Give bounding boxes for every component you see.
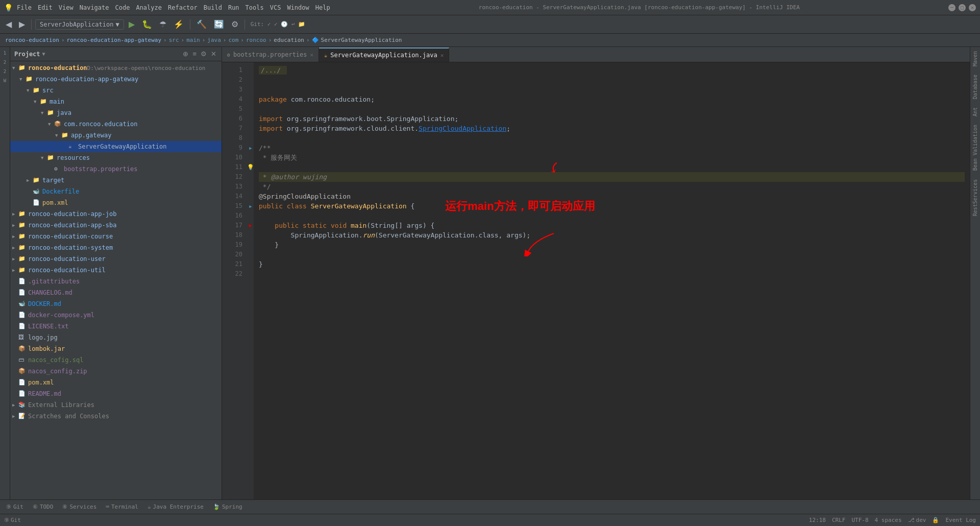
tab-bootstrap-close[interactable]: ✕	[310, 52, 314, 58]
menu-view[interactable]: View	[59, 4, 74, 11]
tree-item[interactable]: ▼📁app.gateway	[10, 130, 222, 141]
menu-bar[interactable]: File Edit View Navigate Code Analyze Ref…	[17, 4, 330, 11]
tree-item[interactable]: 📦lombok.jar	[10, 343, 222, 354]
back-button[interactable]: ◀	[3, 18, 14, 31]
collapse-all-button[interactable]: ≡	[191, 49, 198, 59]
menu-help[interactable]: Help	[315, 4, 330, 11]
tree-item[interactable]: ▼📦com.roncoo.education	[10, 118, 222, 130]
tree-item[interactable]: ▶📁roncoo-education-course	[10, 231, 222, 242]
menu-analyze[interactable]: Analyze	[136, 4, 162, 11]
java-enterprise-tab[interactable]: ☕ Java Enterprise	[143, 501, 208, 513]
breadcrumb-part-com[interactable]: com	[228, 37, 238, 43]
maximize-button[interactable]: □	[959, 4, 966, 11]
menu-file[interactable]: File	[17, 4, 32, 11]
tree-item[interactable]: 📄README.md	[10, 388, 222, 399]
tree-item[interactable]: ▶📁roncoo-education-user	[10, 253, 222, 265]
structure-icon[interactable]: 2	[1, 58, 9, 66]
status-line-ending[interactable]: CRLF	[832, 517, 846, 523]
status-position[interactable]: 12:18	[809, 517, 826, 523]
tab-bootstrap[interactable]: ⚙ bootstrap.properties ✕	[222, 47, 319, 62]
settings-button[interactable]: ⚙	[229, 18, 241, 31]
tab-servergateway[interactable]: ☕ ServerGatewayApplication.java ✕	[319, 47, 449, 62]
database-panel[interactable]: Database	[971, 73, 979, 101]
breadcrumb-part-java[interactable]: java	[207, 37, 221, 43]
menu-code[interactable]: Code	[115, 4, 130, 11]
tree-item[interactable]: 🐋DOCKER.md	[10, 298, 222, 309]
fold-icon[interactable]: ▶	[249, 146, 252, 151]
tree-item[interactable]: ▶📚External Libraries	[10, 399, 222, 411]
tree-item[interactable]: 📄CHANGELOG.md	[10, 287, 222, 298]
services-tab[interactable]: ⑧ Services	[58, 501, 101, 513]
menu-edit[interactable]: Edit	[38, 4, 53, 11]
tree-item[interactable]: 📄pom.xml	[10, 377, 222, 388]
run-button[interactable]: ▶	[126, 18, 137, 31]
breadcrumb-part-class[interactable]: 🔷	[312, 37, 319, 43]
profile-button[interactable]: ⚡	[171, 18, 186, 31]
sync-button[interactable]: 🔄	[211, 18, 227, 31]
tree-item[interactable]: ▼📁src	[10, 85, 222, 96]
tree-item[interactable]: ▶📁target	[10, 175, 222, 186]
hint-icon[interactable]: 💡	[248, 164, 254, 171]
tree-item[interactable]: ☕ServerGatewayApplication	[10, 141, 222, 152]
git-status-item[interactable]: ⑨ Git	[4, 517, 21, 523]
favorites-icon[interactable]: 2	[1, 67, 9, 76]
menu-vcs[interactable]: VCS	[270, 4, 281, 11]
close-button[interactable]: ✕	[969, 4, 976, 11]
ant-panel[interactable]: Ant	[971, 105, 979, 118]
web-icon[interactable]: W	[1, 77, 9, 85]
minimize-button[interactable]: ─	[948, 4, 955, 11]
forward-button[interactable]: ▶	[16, 18, 28, 31]
breadcrumb-part-module[interactable]: roncoo-education-app-gateway	[67, 37, 161, 43]
tree-item[interactable]: 🖼logo.jpg	[10, 332, 222, 343]
breadcrumb-part-roncoo[interactable]: roncoo	[246, 37, 266, 43]
debug-arrow-icon[interactable]: ▶	[249, 222, 253, 229]
breadcrumb-part-main[interactable]: main	[186, 37, 200, 43]
menu-refactor[interactable]: Refactor	[168, 4, 198, 11]
breadcrumb-part-project[interactable]: roncoo-education	[5, 37, 59, 43]
tree-item[interactable]: 📄pom.xml	[10, 197, 222, 208]
todo-tab[interactable]: ⑥ TODO	[29, 501, 58, 513]
tree-item[interactable]: ▶📁roncoo-education-util	[10, 265, 222, 276]
tree-item[interactable]: ▼📁roncoo-education D:\workspace-opens\ro…	[10, 62, 222, 74]
build-button[interactable]: 🔨	[194, 18, 209, 31]
tree-item[interactable]: 📄docker-compose.yml	[10, 309, 222, 321]
tree-item[interactable]: ▶📁roncoo-education-app-job	[10, 208, 222, 220]
tree-item[interactable]: ▶📁roncoo-education-app-sba	[10, 220, 222, 231]
rest-services-panel[interactable]: RestServices	[971, 177, 979, 218]
locate-file-button[interactable]: ⊕	[182, 49, 189, 59]
tree-item[interactable]: 📄LICENSE.txt	[10, 321, 222, 332]
tree-item[interactable]: ▼📁java	[10, 107, 222, 118]
tree-item[interactable]: 📄.gitattributes	[10, 276, 222, 287]
event-log[interactable]: Event Log	[945, 517, 976, 523]
window-controls[interactable]: ─ □ ✕	[948, 4, 976, 11]
status-branch[interactable]: ⎇ dev	[908, 517, 926, 523]
status-lock[interactable]: 🔒	[932, 517, 939, 523]
spring-tab[interactable]: 🍃 Spring	[209, 501, 247, 513]
maven-panel[interactable]: Maven	[971, 49, 979, 68]
status-encoding[interactable]: UTF-8	[851, 517, 868, 523]
menu-run[interactable]: Run	[228, 4, 239, 11]
tab-servergateway-close[interactable]: ✕	[440, 52, 444, 59]
menu-navigate[interactable]: Navigate	[80, 4, 109, 11]
dropdown-icon[interactable]: ▼	[42, 51, 45, 57]
run-config-selector[interactable]: ServerJobApplication ▼	[35, 19, 124, 30]
code-editor[interactable]: /.../ package com.roncoo.education;impor…	[254, 62, 970, 499]
menu-window[interactable]: Window	[287, 4, 309, 11]
tree-item[interactable]: 📦nacos_config.zip	[10, 366, 222, 377]
tree-item[interactable]: ⚙bootstrap.properties	[10, 163, 222, 175]
tree-item[interactable]: ▼📁roncoo-education-app-gateway	[10, 74, 222, 85]
git-tab[interactable]: ⑨ Git	[2, 501, 28, 513]
coverage-button[interactable]: ☂	[157, 18, 169, 31]
menu-tools[interactable]: Tools	[246, 4, 264, 11]
panel-actions[interactable]: ⊕ ≡ ⚙ ✕	[182, 49, 217, 59]
tree-item[interactable]: 🐋Dockerfile	[10, 186, 222, 197]
settings-button[interactable]: ⚙	[200, 49, 208, 59]
project-icon[interactable]: 1	[1, 49, 9, 57]
fold-icon[interactable]: ▶	[249, 204, 252, 209]
menu-build[interactable]: Build	[204, 4, 222, 11]
breadcrumb-part-src[interactable]: src	[169, 37, 179, 43]
bean-validation-panel[interactable]: Bean Validation	[971, 123, 979, 173]
tree-item[interactable]: 🗃nacos_cofig.sql	[10, 354, 222, 366]
breadcrumb-part-education[interactable]: education	[274, 37, 304, 43]
status-indent[interactable]: 4 spaces	[875, 517, 902, 523]
